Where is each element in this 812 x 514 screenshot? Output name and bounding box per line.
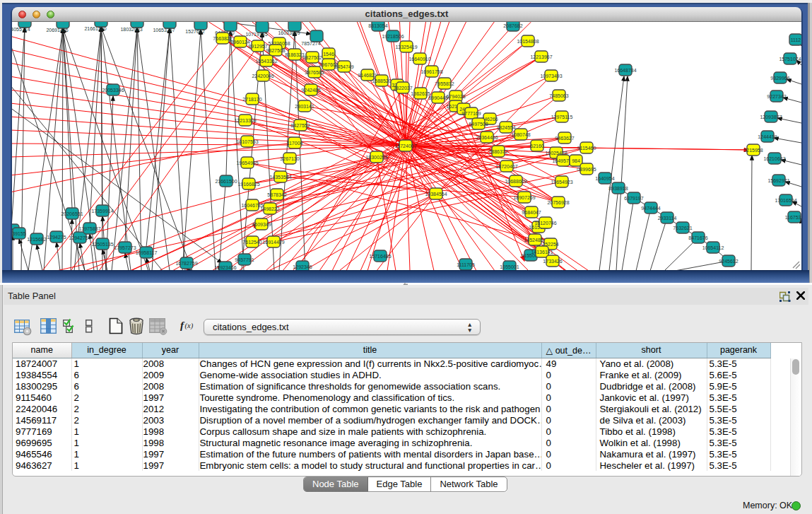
svg-text:39155: 39155 (12, 231, 26, 236)
svg-text:9329966: 9329966 (770, 76, 789, 81)
svg-text:20691406: 20691406 (46, 28, 68, 33)
svg-text:2803141: 2803141 (295, 104, 314, 109)
svg-text:17016504: 17016504 (775, 198, 796, 203)
svg-text:1167533: 1167533 (785, 215, 801, 220)
svg-text:2718170: 2718170 (242, 97, 261, 102)
svg-text:20206551: 20206551 (61, 211, 83, 216)
svg-text:1546: 1546 (323, 52, 334, 57)
svg-text:9684047: 9684047 (522, 210, 541, 215)
svg-text:9827502: 9827502 (302, 55, 322, 60)
svg-text:3876585: 3876585 (305, 70, 324, 75)
svg-text:20756928: 20756928 (547, 200, 569, 205)
svg-text:5215958: 5215958 (743, 148, 763, 153)
svg-text:2933114: 2933114 (658, 216, 677, 221)
svg-text:3267130: 3267130 (280, 156, 299, 161)
svg-text:8938918: 8938918 (608, 186, 628, 191)
svg-text:1362615: 1362615 (411, 91, 430, 96)
svg-text:8186323: 8186323 (285, 52, 304, 57)
svg-text:14055714: 14055714 (12, 27, 30, 32)
svg-text:16914479: 16914479 (262, 240, 284, 245)
svg-text:1498222: 1498222 (260, 206, 279, 211)
svg-text:19654985: 19654985 (236, 160, 258, 165)
svg-text:7886372: 7886372 (488, 149, 507, 154)
svg-text:16033809: 16033809 (278, 30, 300, 35)
svg-text:12505135: 12505135 (91, 242, 113, 247)
svg-text:22420046: 22420046 (252, 74, 273, 78)
svg-text:9827508: 9827508 (266, 48, 285, 53)
svg-text:16210643: 16210643 (763, 156, 785, 161)
svg-text:1588520: 1588520 (372, 78, 391, 83)
svg-text:13325419: 13325419 (395, 45, 417, 49)
svg-text:15716485: 15716485 (369, 254, 391, 259)
svg-text:12923466: 12923466 (214, 265, 236, 270)
svg-text:2087682: 2087682 (503, 23, 522, 28)
svg-text:16120746: 16120746 (534, 221, 556, 226)
svg-text:9474444: 9474444 (641, 206, 660, 211)
svg-text:18724007: 18724007 (394, 144, 416, 148)
svg-text:8454749: 8454749 (334, 64, 353, 69)
svg-text:117004: 117004 (287, 141, 303, 146)
svg-text:8960124: 8960124 (230, 40, 249, 45)
svg-text:984: 984 (572, 158, 580, 163)
svg-text:18907269: 18907269 (513, 195, 535, 200)
svg-text:1527602: 1527602 (185, 29, 204, 34)
svg-text:1215682: 1215682 (27, 237, 46, 242)
svg-text:19384554: 19384554 (425, 192, 447, 197)
svg-text:7663822: 7663822 (213, 36, 232, 41)
svg-text:9146821: 9146821 (358, 73, 377, 78)
svg-text:7485063: 7485063 (549, 93, 568, 98)
svg-text:15751074: 15751074 (779, 57, 801, 62)
svg-text:8427552: 8427552 (290, 123, 310, 128)
svg-text:14136141: 14136141 (531, 250, 553, 255)
svg-text:10154808: 10154808 (517, 39, 539, 44)
svg-text:16107553: 16107553 (236, 139, 258, 144)
svg-text:18300295: 18300295 (365, 155, 387, 160)
svg-text:8912957: 8912957 (248, 44, 267, 49)
svg-text:1112: 1112 (791, 37, 801, 42)
svg-text:8471676: 8471676 (688, 235, 707, 240)
svg-text:14353584: 14353584 (269, 175, 291, 180)
svg-text:9115460: 9115460 (577, 146, 596, 151)
svg-text:12975115: 12975115 (551, 115, 573, 119)
svg-text:19218506: 19218506 (382, 34, 404, 39)
svg-text:7632621: 7632621 (673, 226, 692, 230)
svg-text:13975887: 13975887 (78, 226, 100, 231)
svg-text:12942757: 12942757 (69, 235, 90, 240)
svg-text:9242485: 9242485 (301, 88, 320, 93)
svg-text:3822037: 3822037 (393, 86, 412, 90)
svg-text:12213967: 12213967 (530, 54, 552, 59)
svg-text:9245612: 9245612 (719, 259, 738, 264)
svg-text:16648784: 16648784 (614, 68, 636, 73)
svg-text:10958117: 10958117 (136, 250, 158, 255)
svg-text:0899695: 0899695 (577, 167, 596, 172)
svg-text:20053346: 20053346 (102, 88, 124, 93)
svg-text:1294275: 1294275 (47, 235, 66, 240)
svg-text:6497508: 6497508 (469, 122, 488, 127)
svg-text:15692971: 15692971 (767, 178, 789, 183)
svg-text:12093877: 12093877 (760, 115, 782, 119)
svg-text:19654923: 19654923 (551, 180, 572, 185)
svg-text:21661500: 21661500 (215, 179, 237, 184)
svg-text:16543362: 16543362 (255, 59, 277, 64)
svg-text:10719155: 10719155 (245, 32, 267, 37)
svg-text:1292346: 1292346 (293, 264, 312, 269)
svg-text:7857274: 7857274 (301, 41, 320, 46)
svg-text:9457791: 9457791 (235, 257, 254, 262)
svg-text:(x): (x) (185, 322, 194, 330)
svg-text:20364436: 20364436 (476, 135, 498, 140)
svg-text:10653257: 10653257 (153, 28, 175, 33)
svg-text:21661500: 21661500 (84, 26, 106, 31)
svg-text:1080748: 1080748 (511, 132, 530, 137)
svg-text:6379197: 6379197 (624, 196, 643, 201)
svg-text:1244419: 1244419 (758, 134, 777, 139)
svg-text:16640910: 16640910 (408, 57, 430, 62)
svg-text:1733426: 1733426 (543, 259, 562, 264)
svg-text:10973493: 10973493 (540, 74, 562, 78)
svg-text:1055001: 1055001 (500, 264, 519, 269)
svg-text:9463627: 9463627 (555, 136, 574, 141)
svg-text:17359914: 17359914 (91, 209, 113, 214)
svg-text:10688609: 10688609 (505, 179, 526, 184)
svg-text:17957273: 17957273 (114, 245, 136, 250)
svg-text:8813054: 8813054 (368, 23, 387, 28)
svg-text:62160: 62160 (530, 144, 544, 148)
